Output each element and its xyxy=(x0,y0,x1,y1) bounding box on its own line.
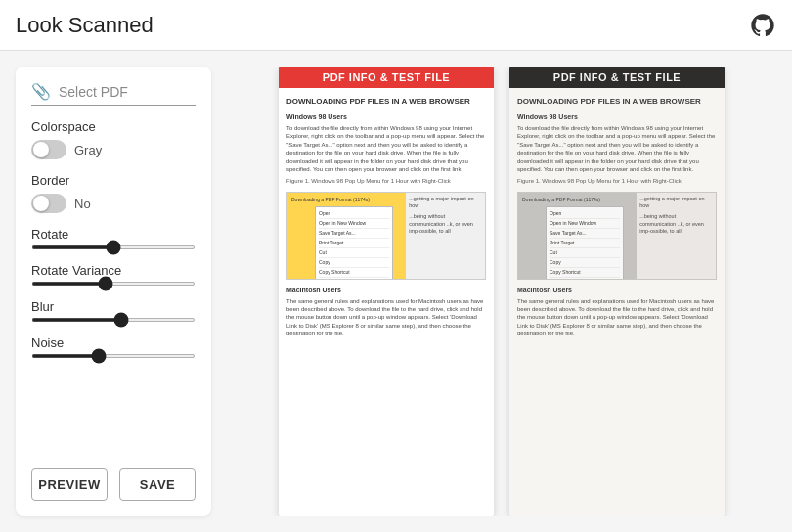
pdf-screenshot-text-2: ...getting a major impact on how ...bein… xyxy=(637,193,716,279)
rotate-slider[interactable] xyxy=(31,245,196,249)
pdf-page1-figure-caption: Figure 1. Windows 98 Pop Up Menu for 1 H… xyxy=(286,177,486,185)
pdf-page2-subheader: DOWNLOADING PDF FILES IN A WEB BROWSER xyxy=(517,96,717,107)
pdf-page2-windows-title: Windows 98 Users xyxy=(517,112,717,122)
pdf-page2-screenshot: Downloading a PDF Format (1174s) Open Op… xyxy=(517,192,717,280)
pdf-page1-body-text: To download the file directly from withi… xyxy=(286,124,486,173)
colorspace-value: Gray xyxy=(74,143,102,157)
pdf-page1-mac-title: Macintosh Users xyxy=(286,286,486,295)
colorspace-label: Colorspace xyxy=(31,119,196,134)
select-pdf-row[interactable]: 📎 Select PDF xyxy=(31,82,196,106)
blur-slider[interactable] xyxy=(31,318,196,322)
rotate-variance-slider[interactable] xyxy=(31,282,196,286)
save-button[interactable]: SAVE xyxy=(119,468,196,501)
github-icon[interactable] xyxy=(749,12,776,39)
app-title: Look Scanned xyxy=(16,13,154,38)
pdf-screenshot-text: ...getting a major impact on how ...bein… xyxy=(406,193,485,279)
pdf-page1-mac-text: The same general rules and explanations … xyxy=(286,297,486,338)
colorspace-toggle-row: Gray xyxy=(31,140,196,159)
pdf-page1-subheader: DOWNLOADING PDF FILES IN A WEB BROWSER xyxy=(286,96,486,107)
pdf-page1-screenshot: Downloading a PDF Format (1174s) Open Op… xyxy=(286,192,486,280)
pdf-page1-body: DOWNLOADING PDF FILES IN A WEB BROWSER W… xyxy=(279,88,494,349)
pdf-page-2: PDF INFO & TEST FILE DOWNLOADING PDF FIL… xyxy=(509,66,725,516)
main-content: 📎 Select PDF Colorspace Gray Border xyxy=(0,51,792,532)
border-toggle-row: No xyxy=(31,194,196,213)
pdf-page2-body: DOWNLOADING PDF FILES IN A WEB BROWSER W… xyxy=(509,88,725,349)
button-row: PREVIEW SAVE xyxy=(31,468,196,501)
app-header: Look Scanned xyxy=(0,0,792,51)
pdf-screenshot-yellow: Downloading a PDF Format (1174s) Open Op… xyxy=(287,193,406,279)
pdf-page2-figure-caption: Figure 1. Windows 98 Pop Up Menu for 1 H… xyxy=(517,177,717,185)
colorspace-control: Colorspace Gray xyxy=(31,119,196,159)
context-menu: Open Open in New Window Save Target As..… xyxy=(315,206,393,280)
blur-control: Blur xyxy=(31,299,196,322)
noise-control: Noise xyxy=(31,335,196,358)
pdf-screenshot-gray: Downloading a PDF Format (1174s) Open Op… xyxy=(518,193,637,279)
border-toggle[interactable] xyxy=(31,194,66,213)
pdf-page2-mac-title: Macintosh Users xyxy=(517,286,717,295)
preview-area: PDF INFO & TEST FILE DOWNLOADING PDF FIL… xyxy=(227,66,776,516)
rotate-variance-control: Rotate Variance xyxy=(31,263,196,286)
select-pdf-text: Select PDF xyxy=(59,84,128,100)
pdf-page1-header: PDF INFO & TEST FILE xyxy=(279,66,494,88)
pdf-page2-header: PDF INFO & TEST FILE xyxy=(509,66,725,88)
left-panel: 📎 Select PDF Colorspace Gray Border xyxy=(16,66,211,516)
rotate-control: Rotate xyxy=(31,227,196,249)
noise-slider[interactable] xyxy=(31,354,196,358)
border-value: No xyxy=(74,197,91,211)
pdf-page-1: PDF INFO & TEST FILE DOWNLOADING PDF FIL… xyxy=(279,66,494,516)
pdf-page1-windows-title: Windows 98 Users xyxy=(286,112,486,122)
context-menu-2: Open Open in New Window Save Target As..… xyxy=(546,206,624,280)
colorspace-toggle[interactable] xyxy=(31,140,66,159)
border-control: Border No xyxy=(31,173,196,213)
border-label: Border xyxy=(31,173,196,188)
colorspace-toggle-thumb xyxy=(33,142,49,157)
paperclip-icon: 📎 xyxy=(31,82,51,101)
preview-button[interactable]: PREVIEW xyxy=(31,468,108,501)
border-toggle-thumb xyxy=(33,196,49,211)
pdf-page2-mac-text: The same general rules and explanations … xyxy=(517,297,717,338)
pdf-page2-body-text: To download the file directly from withi… xyxy=(517,124,717,173)
